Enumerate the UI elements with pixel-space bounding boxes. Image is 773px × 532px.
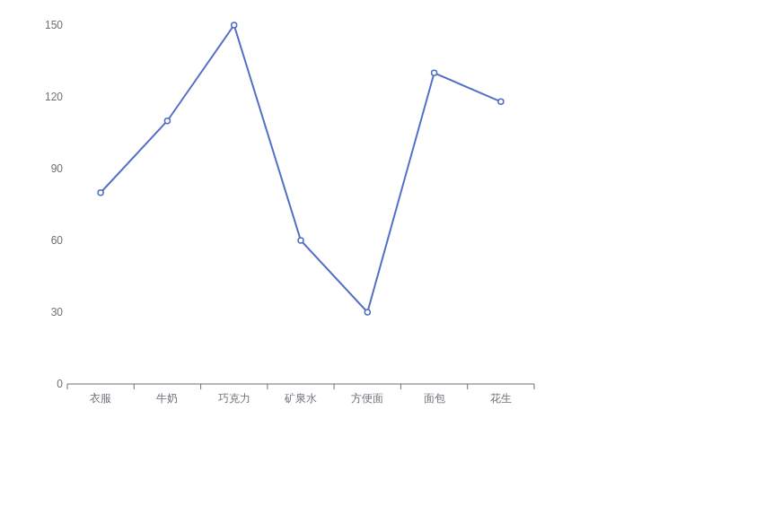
data-point[interactable] bbox=[298, 238, 303, 243]
data-point[interactable] bbox=[365, 310, 370, 315]
data-point[interactable] bbox=[164, 118, 170, 124]
chart-svg bbox=[0, 0, 773, 532]
line-chart: 150 120 90 60 30 0 衣服 牛奶 巧克力 矿泉水 方便面 面包 … bbox=[0, 0, 773, 532]
data-point[interactable] bbox=[432, 70, 437, 75]
data-point[interactable] bbox=[98, 190, 103, 196]
data-point[interactable] bbox=[232, 22, 237, 28]
data-point[interactable] bbox=[498, 99, 504, 104]
data-line bbox=[101, 25, 501, 312]
